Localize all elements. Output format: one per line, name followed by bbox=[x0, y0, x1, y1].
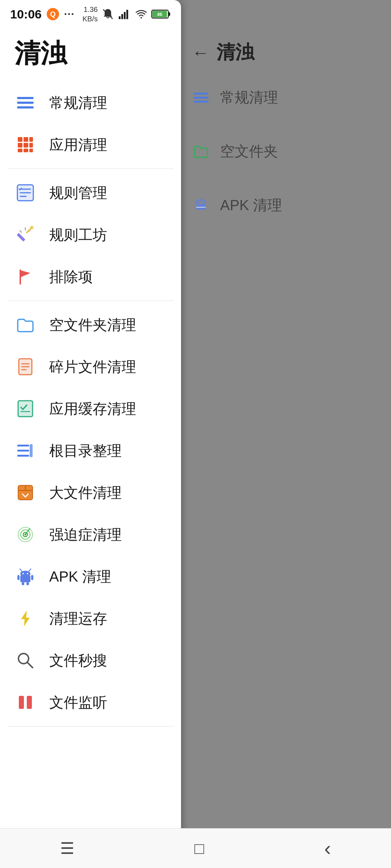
menu-item-large-file[interactable]: 大文件清理 bbox=[0, 472, 181, 514]
menu-item-regular-clean[interactable]: 常规清理 bbox=[0, 82, 181, 124]
menu-item-exclude[interactable]: 排除项 bbox=[0, 256, 181, 298]
svg-rect-74 bbox=[26, 582, 29, 585]
svg-line-77 bbox=[27, 662, 33, 668]
svg-point-5 bbox=[198, 202, 200, 204]
menu-item-fragment-file[interactable]: 碎片文件清理 bbox=[0, 346, 181, 388]
svg-point-69 bbox=[22, 573, 24, 574]
divider-2 bbox=[7, 301, 174, 301]
menu-item-apk-clean[interactable]: APK 清理 bbox=[0, 556, 181, 597]
svg-rect-78 bbox=[19, 696, 24, 709]
svg-point-70 bbox=[27, 573, 28, 574]
menu-label-app-cache: 应用缓存清理 bbox=[49, 399, 136, 419]
qq-icon: Q bbox=[46, 7, 60, 21]
flag-icon bbox=[14, 266, 36, 288]
svg-text:46: 46 bbox=[157, 12, 162, 17]
menu-label-empty-folder: 空文件夹清理 bbox=[49, 315, 136, 335]
hamburger-nav-button[interactable]: ☰ bbox=[46, 835, 89, 861]
menu-item-rule-workshop[interactable]: 规则工坊 bbox=[0, 214, 181, 256]
svg-rect-25 bbox=[29, 137, 33, 142]
svg-rect-14 bbox=[124, 12, 126, 19]
lines-icon bbox=[14, 92, 36, 114]
svg-rect-71 bbox=[17, 575, 20, 580]
svg-text:Q: Q bbox=[50, 10, 56, 18]
dots-icon: ··· bbox=[64, 8, 75, 20]
menu-label-exclude: 排除项 bbox=[49, 267, 93, 287]
svg-rect-26 bbox=[18, 143, 22, 148]
svg-rect-49 bbox=[18, 401, 33, 417]
wifi-icon bbox=[135, 8, 148, 21]
status-icons-group: 1.36 KB/s bbox=[83, 5, 171, 24]
bg-menu-label-folder: 空文件夹 bbox=[220, 141, 278, 161]
menu-item-app-cache[interactable]: 应用缓存清理 bbox=[0, 388, 181, 430]
box-icon bbox=[14, 482, 36, 503]
svg-rect-68 bbox=[20, 575, 30, 582]
menu-label-ocd-clean: 强迫症清理 bbox=[49, 525, 122, 545]
bg-back-arrow-icon: ← bbox=[192, 43, 209, 63]
checklist-icon bbox=[14, 182, 36, 204]
menu-label-clear-memory: 清理运存 bbox=[49, 609, 107, 629]
bg-menu-label-regular: 常规清理 bbox=[220, 88, 278, 107]
menu-item-file-monitor[interactable]: 文件监听 bbox=[0, 681, 181, 723]
svg-rect-73 bbox=[22, 582, 24, 585]
svg-rect-12 bbox=[119, 16, 121, 19]
signal-icon bbox=[118, 8, 131, 21]
svg-rect-23 bbox=[18, 137, 22, 142]
svg-rect-79 bbox=[27, 696, 32, 709]
svg-line-66 bbox=[20, 569, 22, 571]
menu-label-large-file: 大文件清理 bbox=[49, 483, 122, 503]
check-doc-icon bbox=[14, 398, 36, 420]
home-nav-button[interactable]: □ bbox=[180, 836, 219, 861]
svg-rect-30 bbox=[24, 149, 28, 152]
folder-icon bbox=[14, 314, 36, 336]
divider-3 bbox=[7, 726, 174, 727]
menu-item-rule-manage[interactable]: 规则管理 bbox=[0, 172, 181, 214]
menu-label-regular-clean: 常规清理 bbox=[49, 93, 107, 113]
drawer-header: 清浊 bbox=[0, 25, 181, 78]
svg-rect-17 bbox=[168, 12, 170, 16]
menu-label-file-monitor: 文件监听 bbox=[49, 693, 107, 712]
drawer-title: 清浊 bbox=[14, 39, 67, 68]
menu-item-file-search[interactable]: 文件秒搜 bbox=[0, 639, 181, 681]
network-speed: 1.36 KB/s bbox=[83, 5, 98, 24]
bolt-icon bbox=[14, 608, 36, 629]
menu-item-app-clean[interactable]: 应用清理 bbox=[0, 124, 181, 166]
status-time: 10:06 Q ··· bbox=[10, 7, 75, 21]
time-display: 10:06 bbox=[10, 7, 42, 21]
search-icon bbox=[14, 650, 36, 671]
menu-label-root-dir: 根目录整理 bbox=[49, 441, 122, 461]
bg-menu-label-apk: APK 清理 bbox=[220, 195, 282, 215]
doc-icon bbox=[14, 356, 36, 378]
back-nav-button[interactable]: ‹ bbox=[310, 833, 345, 864]
menu-label-rule-manage: 规则管理 bbox=[49, 183, 107, 203]
svg-rect-27 bbox=[24, 143, 28, 148]
menu-label-apk-clean: APK 清理 bbox=[49, 567, 111, 587]
bg-header: ← 清浊 bbox=[177, 29, 391, 76]
svg-rect-55 bbox=[30, 444, 33, 457]
bg-menu-item-folder: 空文件夹 bbox=[177, 130, 391, 173]
svg-rect-31 bbox=[29, 149, 33, 152]
menu-item-ocd-clean[interactable]: 强迫症清理 bbox=[0, 514, 181, 556]
divider-1 bbox=[7, 169, 174, 169]
bottom-nav-bar: ☰ □ ‹ bbox=[0, 828, 391, 868]
svg-rect-24 bbox=[24, 137, 28, 142]
menu-item-root-dir[interactable]: 根目录整理 bbox=[0, 430, 181, 472]
svg-rect-13 bbox=[121, 14, 123, 19]
menu-item-empty-folder[interactable]: 空文件夹清理 bbox=[0, 304, 181, 346]
svg-rect-15 bbox=[126, 10, 128, 19]
svg-line-39 bbox=[20, 230, 22, 233]
status-bar: 10:06 Q ··· 1.36 KB/s bbox=[0, 0, 181, 25]
svg-marker-75 bbox=[21, 610, 30, 626]
radar-icon bbox=[14, 524, 36, 545]
bg-title: 清浊 bbox=[216, 40, 254, 65]
svg-point-6 bbox=[202, 202, 203, 204]
svg-rect-72 bbox=[31, 575, 33, 580]
grid-icon bbox=[14, 134, 36, 156]
bg-menu-item-regular: 常规清理 bbox=[177, 76, 391, 119]
menu-item-clear-memory[interactable]: 清理运存 bbox=[0, 597, 181, 639]
svg-rect-29 bbox=[18, 149, 22, 152]
battery-icon: 46 bbox=[151, 8, 171, 21]
drawer-panel: 10:06 Q ··· 1.36 KB/s bbox=[0, 0, 181, 868]
lines-bar-icon bbox=[14, 440, 36, 461]
menu-label-rule-workshop: 规则工坊 bbox=[49, 225, 107, 245]
bg-menu-item-apk: APK 清理 bbox=[177, 184, 391, 227]
